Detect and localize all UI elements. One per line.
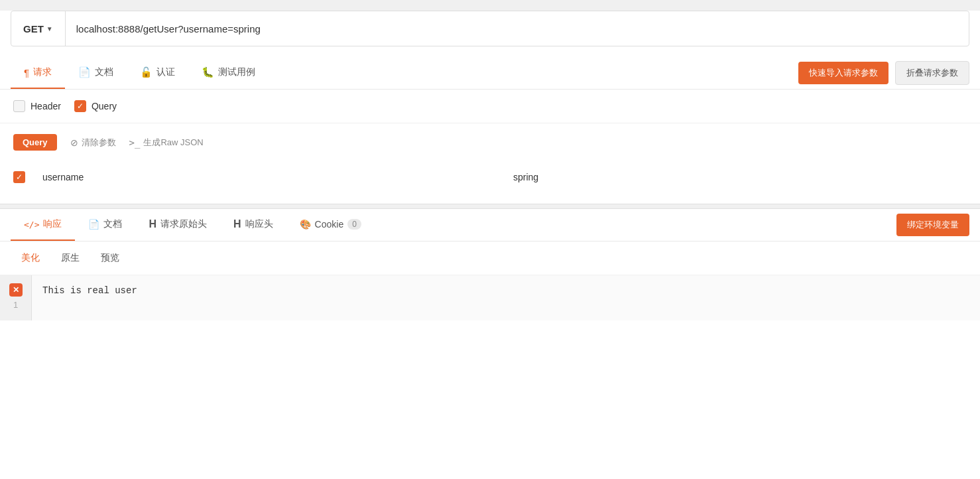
palette-icon: 🎨 <box>300 219 311 230</box>
query-param-value: spring <box>507 168 967 186</box>
query-checkbox[interactable]: ✓ <box>74 100 86 112</box>
clear-params-label: 清除参数 <box>82 137 116 149</box>
doc-icon: 📄 <box>78 66 91 78</box>
url-bar: GET ▼ <box>11 11 969 46</box>
header-checkbox-item[interactable]: Header <box>13 100 61 112</box>
response-line-1: This is real user <box>42 285 137 296</box>
tab-test[interactable]: 🐛 测试用例 <box>188 57 269 89</box>
header-label: Header <box>31 101 61 111</box>
tab-docs2-label: 文档 <box>103 218 122 230</box>
url-input[interactable] <box>66 23 969 34</box>
tabs-actions: 快速导入请求参数 折叠请求参数 <box>798 61 969 85</box>
paragraph-icon: ¶ <box>24 67 29 78</box>
collapse-params-button[interactable]: 折叠请求参数 <box>895 61 969 85</box>
terminal-icon: >_ <box>129 137 141 148</box>
method-selector[interactable]: GET ▼ <box>11 11 66 46</box>
query-label: Query <box>92 101 117 111</box>
query-badge: Query <box>13 134 57 151</box>
tab-auth[interactable]: 🔓 认证 <box>127 57 188 89</box>
query-toolbar: Query ⊘ 清除参数 >_ 生成Raw JSON <box>13 134 967 151</box>
res-header-h-icon: H <box>233 218 241 230</box>
error-icon: ✕ <box>9 283 23 297</box>
section-divider <box>0 204 980 209</box>
tab-docs-label: 文档 <box>95 66 113 78</box>
method-chevron: ▼ <box>46 25 53 33</box>
response-code-content: This is real user <box>32 275 148 320</box>
tab-res-header-label: 响应头 <box>245 218 273 230</box>
tab-docs[interactable]: 📄 文档 <box>65 57 127 89</box>
main-container: GET ▼ ¶ 请求 📄 文档 🔓 认证 🐛 测试用例 快速导入请求参数 折叠请… <box>0 11 980 479</box>
subtab-preview[interactable]: 预览 <box>90 248 130 268</box>
doc2-icon: 📄 <box>88 219 99 230</box>
tab-request-label: 请求 <box>33 66 52 78</box>
bug-icon: 🐛 <box>202 66 214 78</box>
import-params-button[interactable]: 快速导入请求参数 <box>798 62 888 84</box>
param-type-row: Header ✓ Query <box>0 90 980 123</box>
clear-params-action[interactable]: ⊘ 清除参数 <box>70 137 116 149</box>
query-section: Query ⊘ 清除参数 >_ 生成Raw JSON ✓ username sp… <box>0 123 980 204</box>
tab-test-label: 测试用例 <box>218 66 255 78</box>
code-icon: </> <box>24 220 39 230</box>
method-label: GET <box>23 23 44 34</box>
ban-icon: ⊘ <box>70 137 78 148</box>
response-body: ✕ 1 This is real user <box>0 275 980 320</box>
tab-response-label: 响应 <box>43 218 62 230</box>
query-row-checkbox[interactable]: ✓ <box>13 171 25 183</box>
query-row: ✓ username spring <box>13 161 967 193</box>
tab-response[interactable]: </> 响应 <box>11 209 75 241</box>
line-number-1: 1 <box>13 298 18 312</box>
tab-cookie-label: Cookie <box>315 219 344 230</box>
subtab-raw[interactable]: 原生 <box>50 248 90 268</box>
query-param-name: username <box>36 168 496 186</box>
lock-icon: 🔓 <box>140 66 153 78</box>
req-header-h-icon: H <box>149 218 156 230</box>
response-tabs-section: </> 响应 📄 文档 H 请求原始头 H 响应头 🎨 Cookie 0 绑定环… <box>0 209 980 241</box>
tab-request[interactable]: ¶ 请求 <box>11 57 65 89</box>
cookie-badge: 0 <box>347 219 361 230</box>
response-subtabs: 美化 原生 预览 <box>0 241 980 275</box>
response-actions: 绑定环境变量 <box>896 214 969 236</box>
generate-raw-json-label: 生成Raw JSON <box>143 137 203 149</box>
tab-req-header-label: 请求原始头 <box>160 218 207 230</box>
bind-env-button[interactable]: 绑定环境变量 <box>896 214 969 236</box>
query-checkbox-item[interactable]: ✓ Query <box>74 100 117 112</box>
tab-auth-label: 认证 <box>156 66 175 78</box>
tab-res-header[interactable]: H 响应头 <box>220 209 286 241</box>
request-tabs-section: ¶ 请求 📄 文档 🔓 认证 🐛 测试用例 快速导入请求参数 折叠请求参数 <box>0 57 980 90</box>
tab-req-header[interactable]: H 请求原始头 <box>135 209 220 241</box>
header-checkbox[interactable] <box>13 100 25 112</box>
generate-raw-json-action[interactable]: >_ 生成Raw JSON <box>129 137 204 149</box>
line-number-gutter: ✕ 1 <box>0 275 32 320</box>
subtab-beautify[interactable]: 美化 <box>11 248 50 268</box>
tab-cookie[interactable]: 🎨 Cookie 0 <box>286 210 375 240</box>
tab-docs2[interactable]: 📄 文档 <box>75 209 135 241</box>
